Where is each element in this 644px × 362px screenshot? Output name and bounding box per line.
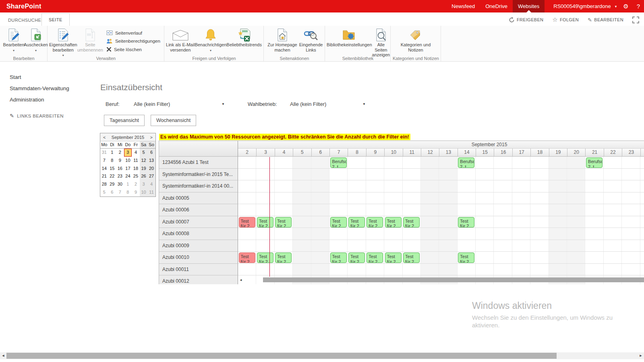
sidebar-item-start[interactable]: Start [10,72,97,83]
calendar-day-cell[interactable]: 28 [100,180,108,188]
gantt-bar[interactable]: Testfür 2 [275,252,292,263]
calendar-day-cell[interactable]: 19 [140,165,148,173]
calendar-day-cell[interactable]: 25 [132,172,140,180]
calendar-day-cell[interactable]: 7 [100,157,108,165]
user-menu-caret-icon[interactable]: ▾ [615,4,619,8]
gantt-bar[interactable]: Testfür 2 [403,217,420,228]
calendar-day-cell[interactable]: 30 [116,180,124,188]
calendar-day-cell[interactable]: 4 [147,180,155,188]
eingehende-links-button[interactable]: Eingehende Links [299,27,323,52]
gantt-bar[interactable]: Testfür 2 [367,252,383,263]
gantt-bar[interactable]: Testfür 2 [403,252,420,263]
calendar-day-cell[interactable]: 29 [108,180,116,188]
link-email-button[interactable]: Link als E-Mail versenden [166,27,195,52]
seitenberechtigungen-button[interactable]: Seitenberechtigungen [106,38,160,44]
gantt-bar[interactable]: Testfür 2 [330,252,347,263]
eigenschaften-bearbeiten-button[interactable]: Eigenschaften bearbeiten ▾ [49,27,77,58]
wochenansicht-button[interactable]: Wochenansicht [151,115,196,126]
suite-link-newsfeed[interactable]: Newsfeed [446,0,480,12]
filter-beruf-select[interactable]: Alle (kein Filter) [134,101,222,107]
calendar-day-cell[interactable]: 10 [124,157,132,165]
bearbeiten-ribbon-button[interactable]: Bearbeiten ▾ [3,27,24,53]
calendar-day-cell[interactable]: 11 [147,188,155,197]
calendar-day-cell[interactable]: 6 [147,149,155,157]
gantt-bar[interactable]: Testfür 2 [257,252,273,263]
calendar-day-cell[interactable]: 22 [108,172,116,180]
calendar-day-cell[interactable]: 2 [116,149,124,157]
gantt-bar[interactable]: Testfür 2 [385,217,402,228]
calendar-day-cell[interactable]: 4 [132,149,140,157]
calendar-day-cell[interactable]: 15 [108,165,116,173]
page-horizontal-scrollbar[interactable]: ◄ ► [0,352,644,359]
calendar-day-cell[interactable]: 2 [132,180,140,188]
calendar-today-cell[interactable]: 3 [124,149,132,157]
tab-seite[interactable]: SEITE [41,13,70,26]
gantt-bar[interactable]: Berufsc2. t [458,157,474,168]
gantt-bar[interactable]: Testfür 2 [458,252,474,263]
gantt-bar[interactable]: Berufsc2. t [586,157,603,168]
gantt-bar[interactable]: Testfür 2 [330,217,347,228]
gantt-scrollbar-thumb[interactable] [263,277,644,282]
tagesansicht-button[interactable]: Tagesansicht [104,115,145,126]
scroll-left-arrow-icon[interactable]: ◄ [0,352,6,359]
dropdown-arrow-icon[interactable]: ▼ [362,101,366,107]
calendar-day-cell[interactable]: 20 [147,165,155,173]
kategorien-notizen-button[interactable]: Kategorien und Notizen [397,27,434,52]
gantt-horizontal-scrollbar[interactable]: ◄ [238,277,644,283]
bearbeiten-button[interactable]: ✎ BEARBEITEN [588,17,623,23]
gantt-bar[interactable]: Testfür 2 [239,252,255,263]
calendar-day-cell[interactable]: 16 [116,165,124,173]
gantt-bar[interactable]: Testfür 2 [275,217,292,228]
settings-gear-icon[interactable]: ⚙ [619,3,632,10]
gantt-bar[interactable]: Testfür 2 [239,217,255,228]
calendar-day-cell[interactable]: 17 [124,165,132,173]
filter-wahlbetrieb-select[interactable]: Alle (kein Filter) [290,101,362,107]
calendar-day-cell[interactable]: 13 [147,157,155,165]
auschecken-ribbon-button[interactable]: Auschecken ▾ [24,27,48,53]
beliebtheitstrends-button[interactable]: Beliebtheitstrends [227,27,262,48]
suite-link-onedrive[interactable]: OneDrive [480,0,513,12]
calendar-day-cell[interactable]: 11 [132,157,140,165]
gantt-bar[interactable]: Testfür 2 [348,252,365,263]
calendar-day-cell[interactable]: 21 [100,172,108,180]
scroll-left-arrow-icon[interactable]: ◄ [238,278,244,282]
calendar-day-cell[interactable]: 27 [147,172,155,180]
gantt-bar[interactable]: Testfür 2 [257,217,273,228]
calendar-day-cell[interactable]: 3 [140,180,148,188]
folgen-button[interactable]: ☆ FOLGEN [552,16,579,23]
calendar-day-cell[interactable]: 10 [140,188,148,197]
zur-homepage-button[interactable]: Zur Homepage machen [265,27,299,52]
edit-links-button[interactable]: ✎ LINKS BEARBEITEN [10,113,97,119]
calendar-day-cell[interactable]: 5 [140,149,148,157]
seite-loeschen-button[interactable]: Seite löschen [106,47,160,52]
calendar-prev-button[interactable]: < [100,135,108,140]
calendar-day-cell[interactable]: 8 [124,188,132,197]
calendar-day-cell[interactable]: 24 [124,172,132,180]
sharepoint-logo[interactable]: SharePoint [0,3,41,10]
calendar-day-cell[interactable]: 23 [116,172,124,180]
gantt-bar[interactable]: Testfür 2 [348,217,365,228]
freigeben-button[interactable]: FREIGEBEN [509,17,543,23]
calendar-day-cell[interactable]: 31 [100,149,108,157]
calendar-day-cell[interactable]: 18 [132,165,140,173]
alle-seiten-anzeigen-button[interactable]: Alle Seiten anzeigen [372,27,390,58]
bibliothekeinstellungen-button[interactable]: Bibliothekeinstellungen [327,27,372,48]
calendar-day-cell[interactable]: 14 [100,165,108,173]
seitenverlauf-button[interactable]: Seitenverlauf [106,30,160,35]
calendar-day-cell[interactable]: 5 [100,188,108,197]
page-scrollbar-thumb[interactable] [6,353,557,359]
gantt-bar[interactable]: Berufsc2. t [330,157,347,168]
scroll-right-arrow-icon[interactable]: ► [638,352,644,359]
focus-mode-button[interactable] [632,17,639,23]
calendar-day-cell[interactable]: 9 [132,188,140,197]
calendar-day-cell[interactable]: 7 [116,188,124,197]
calendar-day-cell[interactable]: 6 [108,188,116,197]
calendar-day-cell[interactable]: 8 [108,157,116,165]
gantt-bar[interactable]: Testfür 2 [458,217,474,228]
calendar-day-cell[interactable]: 26 [140,172,148,180]
user-menu[interactable]: RS000549\gmberardone [545,3,615,9]
calendar-next-button[interactable]: > [147,135,155,140]
dropdown-arrow-icon[interactable]: ▼ [222,101,225,107]
help-icon[interactable]: ? [633,3,644,10]
calendar-day-cell[interactable]: 9 [116,157,124,165]
